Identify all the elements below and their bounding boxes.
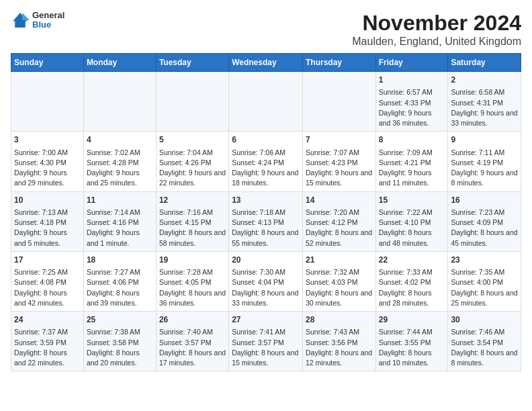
calendar-cell: 6Sunrise: 7:06 AMSunset: 4:24 PMDaylight… [229,132,303,191]
day-info: Sunset: 4:12 PM [306,218,373,228]
day-number: 4 [87,134,153,146]
day-info: Sunset: 4:09 PM [451,218,518,228]
calendar-cell: 27Sunrise: 7:41 AMSunset: 3:57 PMDayligh… [229,312,303,371]
day-info: Daylight: 9 hours and 36 minutes. [379,108,445,128]
day-info: Sunrise: 7:35 AM [451,267,518,277]
day-info: Sunset: 3:57 PM [232,338,300,348]
day-info: Sunrise: 7:04 AM [159,148,226,158]
day-number: 29 [379,314,445,326]
day-info: Sunset: 3:56 PM [306,338,373,348]
day-info: Sunset: 4:19 PM [451,158,518,168]
day-info: Daylight: 8 hours and 12 minutes. [306,348,373,368]
calendar-cell: 11Sunrise: 7:14 AMSunset: 4:16 PMDayligh… [83,191,156,251]
day-number: 28 [306,314,373,326]
day-number: 22 [379,255,445,266]
calendar-cell: 5Sunrise: 7:04 AMSunset: 4:26 PMDaylight… [156,132,228,191]
day-info: Sunset: 4:13 PM [232,218,300,228]
calendar-cell: 20Sunrise: 7:30 AMSunset: 4:04 PMDayligh… [229,251,303,311]
day-info: Daylight: 8 hours and 15 minutes. [232,348,300,368]
day-info: Daylight: 9 hours and 22 minutes. [159,168,226,188]
calendar-cell: 18Sunrise: 7:27 AMSunset: 4:06 PMDayligh… [83,251,156,311]
calendar-cell: 2Sunrise: 6:58 AMSunset: 4:31 PMDaylight… [448,72,521,132]
day-info: Sunrise: 7:18 AM [232,208,300,218]
day-info: Sunset: 4:28 PM [87,158,153,168]
day-number: 10 [14,195,81,206]
day-info: Sunrise: 7:33 AM [379,267,445,277]
day-info: Sunrise: 7:23 AM [451,208,518,218]
logo-text: General Blue [32,11,64,30]
day-info: Sunset: 4:00 PM [451,277,518,287]
svg-marker-1 [22,13,30,20]
day-number: 20 [232,255,300,266]
day-info: Sunset: 3:58 PM [87,338,153,348]
day-info: Daylight: 9 hours and 8 minutes. [451,168,518,188]
day-info: Sunrise: 7:11 AM [451,148,518,158]
day-info: Daylight: 8 hours and 25 minutes. [451,288,518,308]
day-number: 14 [306,195,373,206]
calendar-cell: 15Sunrise: 7:22 AMSunset: 4:10 PMDayligh… [375,191,448,251]
day-info: Sunrise: 7:30 AM [232,267,300,277]
day-number: 16 [451,195,518,206]
calendar-table: Sunday Monday Tuesday Wednesday Thursday… [11,53,521,371]
day-info: Daylight: 9 hours and 18 minutes. [232,168,300,188]
calendar-cell: 17Sunrise: 7:25 AMSunset: 4:08 PMDayligh… [11,251,84,311]
day-info: Sunset: 4:05 PM [159,277,226,287]
calendar-title: November 2024 [352,11,521,36]
day-info: Sunset: 3:55 PM [379,338,445,348]
day-info: Daylight: 9 hours and 5 minutes. [14,228,81,248]
logo-general: General [32,11,64,20]
calendar-week-1: 1Sunrise: 6:57 AMSunset: 4:33 PMDaylight… [11,72,521,132]
day-info: Sunrise: 7:09 AM [379,148,445,158]
calendar-cell: 16Sunrise: 7:23 AMSunset: 4:09 PMDayligh… [448,191,521,251]
calendar-cell: 26Sunrise: 7:40 AMSunset: 3:57 PMDayligh… [156,312,228,371]
day-info: Sunset: 4:21 PM [379,158,445,168]
title-area: November 2024 Maulden, England, United K… [352,11,521,48]
day-info: Sunrise: 7:40 AM [159,327,226,337]
day-info: Sunset: 4:15 PM [159,218,226,228]
day-number: 26 [159,314,226,326]
day-info: Sunrise: 7:43 AM [306,327,373,337]
day-info: Sunset: 4:16 PM [87,218,153,228]
day-info: Daylight: 8 hours and 8 minutes. [451,348,518,368]
day-number: 27 [232,314,300,326]
calendar-cell: 14Sunrise: 7:20 AMSunset: 4:12 PMDayligh… [302,191,375,251]
day-info: Daylight: 9 hours and 25 minutes. [87,168,153,188]
day-info: Sunrise: 7:02 AM [87,148,153,158]
day-info: Daylight: 8 hours and 17 minutes. [159,348,226,368]
calendar-week-4: 17Sunrise: 7:25 AMSunset: 4:08 PMDayligh… [11,251,521,311]
calendar-cell: 4Sunrise: 7:02 AMSunset: 4:28 PMDaylight… [83,132,156,191]
day-info: Daylight: 8 hours and 39 minutes. [87,288,153,308]
day-number: 1 [379,75,445,86]
calendar-cell [156,72,228,132]
day-info: Sunset: 4:10 PM [379,218,445,228]
header-saturday: Saturday [448,54,521,72]
header-row: Sunday Monday Tuesday Wednesday Thursday… [11,54,521,72]
calendar-cell: 22Sunrise: 7:33 AMSunset: 4:02 PMDayligh… [375,251,448,311]
day-info: Daylight: 9 hours and 1 minute. [87,228,153,248]
day-number: 19 [159,255,226,266]
calendar-body: 1Sunrise: 6:57 AMSunset: 4:33 PMDaylight… [11,72,521,371]
day-info: Daylight: 9 hours and 33 minutes. [451,108,518,128]
day-info: Sunset: 4:04 PM [232,277,300,287]
day-number: 9 [451,134,518,146]
calendar-cell [229,72,303,132]
day-number: 3 [14,134,81,146]
day-info: Daylight: 8 hours and 28 minutes. [379,288,445,308]
calendar-week-2: 3Sunrise: 7:00 AMSunset: 4:30 PMDaylight… [11,132,521,191]
day-info: Sunrise: 7:13 AM [14,208,81,218]
day-info: Sunrise: 7:37 AM [14,327,81,337]
calendar-cell: 25Sunrise: 7:38 AMSunset: 3:58 PMDayligh… [83,312,156,371]
calendar-cell: 24Sunrise: 7:37 AMSunset: 3:59 PMDayligh… [11,312,84,371]
day-info: Sunset: 4:06 PM [87,277,153,287]
day-info: Sunset: 4:30 PM [14,158,81,168]
day-info: Daylight: 8 hours and 52 minutes. [306,228,373,248]
day-number: 17 [14,255,81,266]
day-info: Sunrise: 7:16 AM [159,208,226,218]
logo-icon [11,11,30,30]
calendar-cell: 12Sunrise: 7:16 AMSunset: 4:15 PMDayligh… [156,191,228,251]
day-info: Daylight: 9 hours and 15 minutes. [306,168,373,188]
day-number: 15 [379,195,445,206]
day-info: Sunrise: 7:41 AM [232,327,300,337]
day-info: Sunset: 4:08 PM [14,277,81,287]
calendar-cell: 13Sunrise: 7:18 AMSunset: 4:13 PMDayligh… [229,191,303,251]
